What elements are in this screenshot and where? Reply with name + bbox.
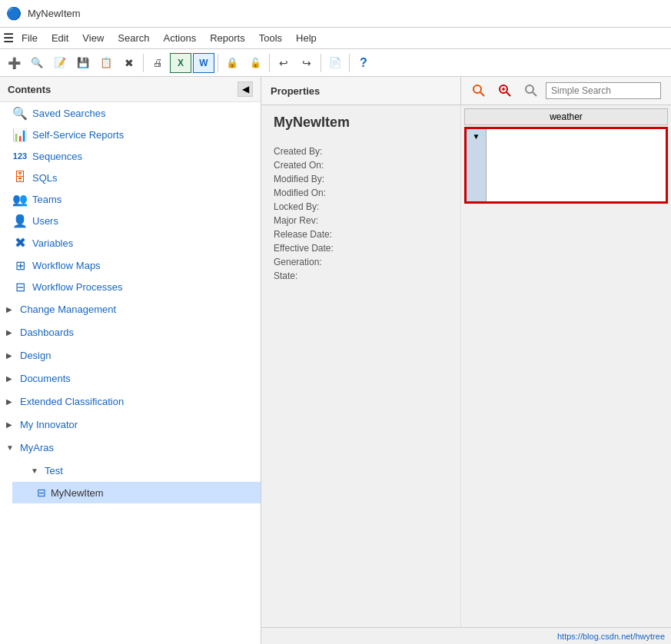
menu-bar: ☰ File Edit View Search Actions Reports … — [0, 28, 671, 49]
sidebar-category-dashboards[interactable]: ▶ Dashboards — [0, 320, 261, 344]
help-button[interactable]: ? — [353, 52, 374, 74]
sidebar-item-self-service-reports[interactable]: 📊 Self-Service Reports — [0, 124, 261, 145]
main-layout: Contents ◀ 🔍 Saved Searches 📊 Self-Servi… — [0, 77, 671, 644]
hamburger-menu[interactable]: ☰ — [3, 31, 14, 45]
sidebar-item-users[interactable]: 👤 Users — [0, 210, 261, 231]
sidebar-category-my-innovator[interactable]: ▶ My Innovator — [0, 413, 261, 436]
toolbar-separator-5 — [349, 54, 350, 72]
sidebar-item-test[interactable]: ▼ Test — [12, 459, 261, 482]
simple-search-input[interactable] — [546, 82, 661, 99]
toolbar-separator-4 — [321, 54, 321, 72]
chevron-right-icon: ▶ — [6, 420, 17, 429]
open-button[interactable]: 🔍 — [26, 52, 48, 74]
prop-label: State: — [274, 271, 350, 281]
chevron-right-icon: ▶ — [6, 397, 17, 406]
sidebar-item-sqls[interactable]: 🗄 SQLs — [0, 167, 261, 188]
sidebar-item-variables[interactable]: ✖ Variables — [0, 231, 261, 254]
sidebar-sub-myaras: ▼ Test ⊟ MyNewItem — [0, 459, 261, 503]
prop-label: Locked By: — [274, 201, 350, 212]
search-top-bar — [461, 77, 671, 105]
menu-view[interactable]: View — [76, 31, 110, 45]
my-new-item-label: MyNewItem — [51, 487, 104, 499]
menu-actions[interactable]: Actions — [158, 31, 203, 45]
app-icon: 🔵 — [6, 6, 22, 21]
menu-reports[interactable]: Reports — [204, 31, 251, 45]
menu-edit[interactable]: Edit — [45, 31, 75, 45]
prop-state: State: — [274, 271, 448, 281]
template-button[interactable]: 📄 — [324, 52, 346, 74]
sidebar-category-my-aras[interactable]: ▼ MyAras — [0, 436, 261, 459]
prop-release-date: Release Date: — [274, 229, 448, 240]
search-mode-quick-button[interactable] — [520, 80, 543, 101]
edit-button[interactable]: 📝 — [49, 52, 71, 74]
excel-button[interactable]: X — [170, 53, 191, 73]
menu-tools[interactable]: Tools — [253, 31, 288, 45]
print-button[interactable]: 🖨 — [147, 52, 168, 74]
sidebar-item-workflow-maps[interactable]: ⊞ Workflow Maps — [0, 254, 261, 276]
chevron-right-icon: ▶ — [6, 305, 17, 314]
chevron-right-icon: ▶ — [6, 351, 17, 360]
sidebar-category-change-management[interactable]: ▶ Change Management — [0, 297, 261, 320]
properties-header: Properties — [261, 77, 461, 105]
dropdown-arrow-icon: ▼ — [473, 132, 480, 141]
toolbar: ➕ 🔍 📝 💾 📋 ✖ 🖨 X W 🔒 🔓 ↩ ↪ 📄 ? — [0, 49, 671, 77]
prop-label: Release Date: — [274, 229, 350, 240]
sidebar-scroll[interactable]: 🔍 Saved Searches 📊 Self-Service Reports … — [0, 102, 261, 503]
workflow-maps-icon: ⊞ — [12, 258, 28, 273]
sidebar-category-design[interactable]: ▶ Design — [0, 344, 261, 367]
prop-locked-by: Locked By: — [274, 201, 448, 212]
new-button[interactable]: ➕ — [3, 52, 25, 74]
search-normal-icon — [472, 84, 486, 98]
sidebar-header: Contents ◀ — [0, 77, 261, 102]
menu-search[interactable]: Search — [111, 31, 155, 45]
toolbar-separator-2 — [218, 54, 218, 72]
undo-button[interactable]: ↩ — [273, 52, 294, 74]
save-button[interactable]: 💾 — [72, 52, 94, 74]
sidebar-item-workflow-processes[interactable]: ⊟ Workflow Processes — [0, 276, 261, 297]
sidebar-item-my-new-item[interactable]: ⊟ MyNewItem — [12, 482, 261, 503]
promote-button[interactable]: 🔓 — [244, 52, 266, 74]
sidebar-collapse-button[interactable]: ◀ — [238, 81, 253, 97]
sidebar-item-saved-searches[interactable]: 🔍 Saved Searches — [0, 102, 261, 124]
sidebar-category-extended-classification[interactable]: ▶ Extended Classification — [0, 390, 261, 413]
search-mode-advanced-button[interactable] — [493, 80, 517, 101]
toolbar-separator-1 — [143, 54, 144, 72]
weather-results-panel: weather ▼ — [461, 105, 671, 627]
svg-line-7 — [533, 92, 536, 96]
copy-button[interactable]: 📋 — [95, 52, 117, 74]
sidebar-item-label: Variables — [32, 237, 73, 249]
sidebar-item-label: Saved Searches — [32, 108, 105, 119]
sidebar-item-teams[interactable]: 👥 Teams — [0, 188, 261, 210]
sidebar: Contents ◀ 🔍 Saved Searches 📊 Self-Servi… — [0, 77, 261, 644]
category-label: MyAras — [20, 442, 54, 453]
prop-generation: Generation: — [274, 257, 448, 267]
menu-file[interactable]: File — [15, 31, 44, 45]
sidebar-item-label: SQLs — [32, 172, 58, 184]
delete-button[interactable]: ✖ — [118, 52, 140, 74]
status-url: https://blog.csdn.net/hwytree — [557, 632, 665, 641]
redo-button[interactable]: ↪ — [296, 52, 317, 74]
prop-modified-by: Modified By: — [274, 174, 448, 184]
sqls-icon: 🗄 — [12, 171, 28, 184]
prop-label: Major Rev: — [274, 215, 350, 226]
category-label: Documents — [20, 373, 71, 384]
sidebar-item-label: Teams — [32, 194, 61, 205]
properties-left-panel: MyNewItem Created By: Created On: Modifi… — [261, 105, 461, 627]
item-title: MyNewItem — [274, 115, 448, 131]
sidebar-item-sequences[interactable]: 123 Sequences — [0, 145, 261, 167]
weather-dropdown-arrow[interactable]: ▼ — [467, 129, 487, 201]
word-button[interactable]: W — [193, 53, 214, 73]
sidebar-category-documents[interactable]: ▶ Documents — [0, 367, 261, 390]
workflow-processes-icon: ⊟ — [12, 280, 28, 294]
category-label: Extended Classification — [20, 396, 124, 407]
sequences-icon: 123 — [12, 151, 28, 161]
lock-button[interactable]: 🔒 — [221, 52, 243, 74]
prop-created-by: Created By: — [274, 146, 448, 157]
sidebar-item-label: Self-Service Reports — [32, 129, 124, 141]
users-icon: 👤 — [12, 214, 28, 228]
menu-help[interactable]: Help — [290, 31, 323, 45]
prop-effective-date: Effective Date: — [274, 243, 448, 254]
search-mode-normal-button[interactable] — [467, 80, 490, 101]
prop-label: Effective Date: — [274, 243, 350, 254]
sidebar-item-label: Workflow Maps — [32, 260, 101, 271]
